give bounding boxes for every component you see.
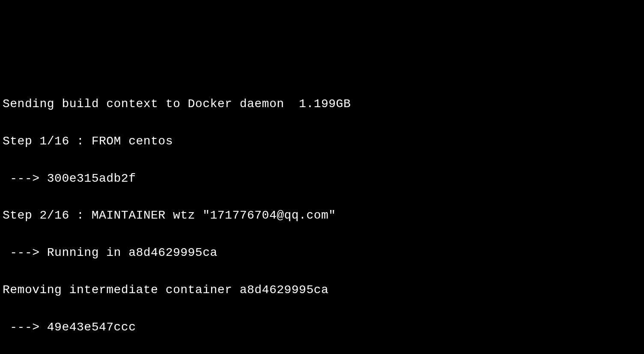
terminal-line: Removing intermediate container a8d46299… <box>3 281 641 299</box>
terminal-line: ---> 300e315adb2f <box>3 169 641 188</box>
terminal-line: Step 1/16 : FROM centos <box>3 132 641 150</box>
terminal-output: Sending build context to Docker daemon 1… <box>3 76 641 354</box>
terminal-line: ---> Running in a8d4629995ca <box>3 243 641 262</box>
terminal-line: ---> 49e43e547ccc <box>3 318 641 336</box>
terminal-line: Sending build context to Docker daemon 1… <box>3 95 641 113</box>
terminal-line: Step 2/16 : MAINTAINER wtz "171776704@qq… <box>3 206 641 225</box>
